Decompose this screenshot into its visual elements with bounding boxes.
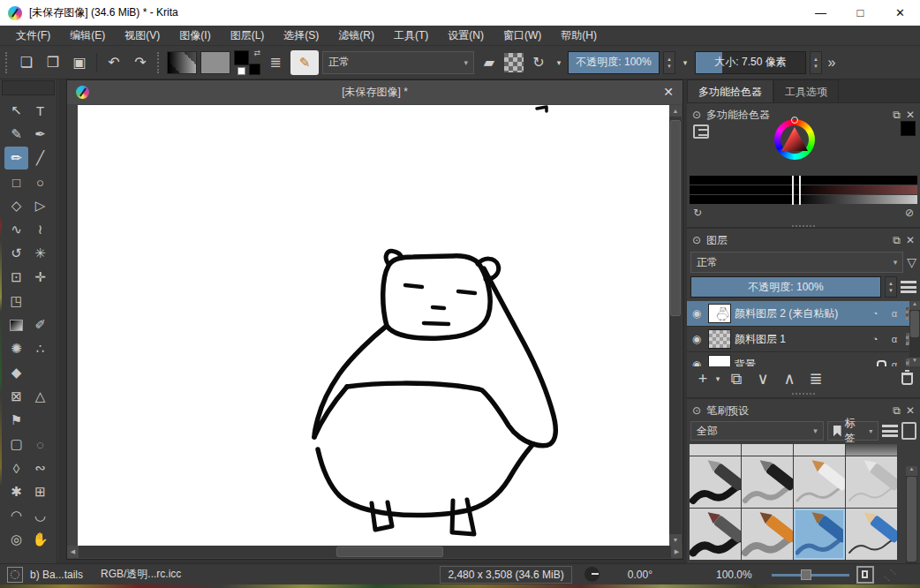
- brush-preset-cell[interactable]: [846, 444, 897, 456]
- inherit-alpha-icon[interactable]: ◔: [867, 334, 883, 344]
- menu-item[interactable]: 图像(I): [170, 26, 219, 46]
- zoom-slider[interactable]: [772, 569, 849, 581]
- transform-tool[interactable]: ⊡: [4, 266, 28, 289]
- brush-preset-cell[interactable]: [794, 509, 845, 560]
- presets-menu-icon[interactable]: [882, 425, 898, 437]
- bezier-curve-tool[interactable]: ∿: [4, 218, 28, 241]
- delete-layer-button[interactable]: [901, 373, 913, 385]
- lock-icon[interactable]: ⊙: [692, 404, 701, 417]
- rect-select-tool[interactable]: ▢: [4, 433, 28, 456]
- toolbar-overflow-button[interactable]: »: [826, 51, 838, 74]
- clear-color-icon[interactable]: ⊘: [905, 207, 914, 219]
- close-docker-icon[interactable]: ✕: [906, 109, 915, 121]
- foreground-color-swatch[interactable]: [234, 50, 249, 65]
- color-history-icon[interactable]: [693, 124, 709, 139]
- inherit-alpha-icon[interactable]: ◔: [867, 308, 883, 319]
- display-settings-icon[interactable]: [901, 422, 916, 440]
- freehand-brush-tool[interactable]: ✏: [4, 147, 28, 170]
- brush-preset-cell[interactable]: [742, 456, 793, 508]
- smart-patch-tool[interactable]: ✺: [4, 337, 28, 360]
- color-profile-label[interactable]: RGB/透明...rc.icc: [101, 567, 181, 582]
- filter-layers-icon[interactable]: ▽: [907, 255, 916, 269]
- choose-brush-preset-button[interactable]: ≣: [264, 51, 287, 74]
- brush-tag-filter-combobox[interactable]: 全部 ▾: [690, 421, 824, 441]
- scroll-up-arrow[interactable]: ▲: [906, 466, 917, 476]
- color-wheel[interactable]: [774, 119, 815, 160]
- canvas-rotation-dial[interactable]: [584, 567, 600, 582]
- freehand-select-tool[interactable]: ∾: [28, 456, 52, 479]
- layer-blending-mode-combobox[interactable]: 正常 ▾: [690, 252, 903, 273]
- lock-icon[interactable]: ⊙: [692, 234, 701, 246]
- toolbar-drag-handle[interactable]: [157, 52, 162, 73]
- layers-scroll-thumb[interactable]: [910, 311, 919, 337]
- edit-shapes-tool[interactable]: ✎: [4, 123, 28, 146]
- blending-mode-combobox[interactable]: 正常 ▾: [322, 51, 474, 74]
- menu-item[interactable]: 编辑(E): [61, 26, 114, 46]
- canvas-horizontal-scrollbar[interactable]: ◀ ▶: [67, 546, 682, 558]
- docker-resize-grip[interactable]: [792, 390, 815, 395]
- horizontal-scroll-thumb[interactable]: [336, 547, 443, 557]
- similar-select-tool[interactable]: ⊞: [28, 480, 52, 503]
- canvas-subwindow-titlebar[interactable]: [未保存图像] * ✕: [67, 80, 682, 104]
- zoom-slider-handle[interactable]: [801, 569, 811, 580]
- fit-page-button[interactable]: [856, 566, 874, 584]
- layer-row[interactable]: ◉颜料图层 2 (来自粘贴)◔α: [687, 301, 920, 327]
- polyline-tool[interactable]: ▷: [28, 194, 52, 217]
- menu-item[interactable]: 图层(L): [222, 26, 274, 46]
- zoom-percent-value[interactable]: 100.0%: [716, 569, 752, 581]
- add-layer-button[interactable]: +: [694, 370, 712, 388]
- assistants-tool[interactable]: △: [28, 385, 52, 408]
- save-button[interactable]: ▣: [68, 51, 91, 74]
- canvas-angle-value[interactable]: 0.00°: [628, 569, 652, 581]
- menu-item[interactable]: 窗口(W): [494, 26, 550, 46]
- layer-thumbnail[interactable]: [708, 329, 731, 349]
- secondary-color-swatch[interactable]: [249, 64, 260, 75]
- bezier-select-tool[interactable]: ◠: [4, 504, 28, 527]
- layer-name[interactable]: 颜料图层 2 (来自粘贴): [735, 306, 863, 321]
- toolbar-drag-handle[interactable]: [5, 52, 10, 73]
- brush-preset-cell[interactable]: [690, 444, 741, 456]
- brush-preset-cell[interactable]: [794, 456, 845, 508]
- text-tool[interactable]: T: [28, 99, 52, 122]
- colorize-mask-tool[interactable]: ∴: [28, 337, 52, 360]
- current-color-swatch[interactable]: [901, 121, 916, 136]
- hue-bar[interactable]: [690, 176, 917, 185]
- menu-item[interactable]: 帮助(H): [552, 26, 606, 46]
- background-color-swatch[interactable]: [238, 67, 245, 75]
- move-layer-down-button[interactable]: ∨: [750, 369, 775, 388]
- layer-opacity-spinner[interactable]: ▲▼: [885, 276, 897, 298]
- alpha-lock-icon[interactable]: α: [886, 308, 902, 319]
- measure-tool[interactable]: ⊠: [4, 385, 28, 408]
- tab-advanced-color-selector[interactable]: 多功能拾色器: [687, 79, 773, 102]
- menu-item[interactable]: 工具(T): [385, 26, 437, 46]
- brush-size-slider[interactable]: 大小: 7.50 像素: [695, 51, 806, 74]
- layer-opacity-slider[interactable]: 不透明度: 100%: [690, 276, 881, 298]
- menu-item[interactable]: 滤镜(R): [329, 26, 383, 46]
- float-docker-icon[interactable]: ⧉: [893, 404, 901, 417]
- freehand-path-tool[interactable]: ≀: [28, 218, 52, 241]
- gradient-chooser-button[interactable]: [167, 51, 197, 74]
- hue-knob[interactable]: [791, 117, 798, 124]
- close-docker-icon[interactable]: ✕: [906, 234, 915, 246]
- tab-tool-options[interactable]: 工具选项: [773, 79, 839, 102]
- brush-preset-cell[interactable]: [846, 456, 897, 508]
- close-button[interactable]: ✕: [880, 0, 920, 26]
- current-brush-name[interactable]: b) Ba...tails: [30, 569, 83, 581]
- rectangle-tool[interactable]: □: [4, 170, 28, 193]
- brush-size-spinner[interactable]: ▲▼: [810, 51, 822, 74]
- tag-button[interactable]: 标签 ▾: [827, 421, 879, 441]
- close-docker-icon[interactable]: ✕: [906, 404, 915, 417]
- preserve-alpha-button[interactable]: [504, 53, 524, 72]
- image-size-memory-label[interactable]: 2,480 x 3,508 (34.6 MiB): [440, 566, 571, 584]
- reload-original-preset-button[interactable]: ↻: [527, 51, 550, 74]
- docker-resize-grip[interactable]: [792, 222, 815, 227]
- multibrush-tool[interactable]: ✳: [28, 242, 52, 265]
- scroll-down-arrow[interactable]: ▼: [669, 534, 682, 546]
- float-docker-icon[interactable]: ⧉: [893, 234, 901, 246]
- magic-wand-select-tool[interactable]: ✱: [4, 480, 28, 503]
- ellipse-select-tool[interactable]: ◌: [28, 433, 52, 456]
- edit-brush-settings-button[interactable]: ✎: [290, 50, 319, 75]
- eraser-mode-button[interactable]: ▰: [478, 51, 501, 74]
- vertical-scroll-thumb[interactable]: [670, 120, 681, 316]
- brush-preset-cell[interactable]: [690, 509, 741, 560]
